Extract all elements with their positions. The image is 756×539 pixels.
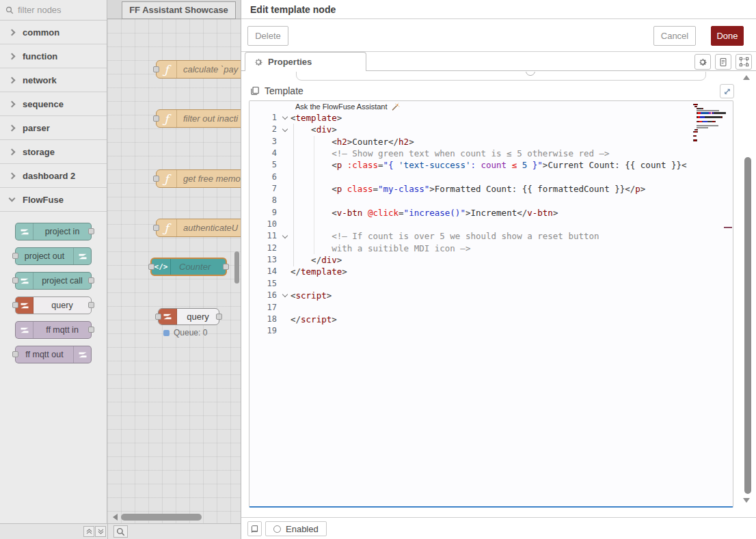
code-line[interactable]: 5 <p :class="{ 'text-success': count ≤ 5… xyxy=(249,159,733,171)
code-line[interactable]: 3 <h2>Counter</h2> xyxy=(249,136,733,148)
scrolled-form-field[interactable] xyxy=(296,72,706,81)
node-port[interactable] xyxy=(12,253,18,259)
palette-node-ff-mqtt-out[interactable]: ff mqtt out xyxy=(15,346,92,363)
palette-node-project-out[interactable]: project out xyxy=(15,247,92,265)
node-port[interactable] xyxy=(155,314,161,320)
palette-category-network[interactable]: network xyxy=(0,68,107,92)
node-port[interactable] xyxy=(88,228,94,234)
cancel-button[interactable]: Cancel xyxy=(653,26,696,46)
code-line[interactable]: 6 xyxy=(249,171,733,183)
canvas-vertical-scrollbar[interactable] xyxy=(234,251,239,284)
editor-minimap[interactable] xyxy=(693,104,730,143)
fold-gutter xyxy=(280,266,291,277)
palette-collapse-up-button[interactable] xyxy=(83,526,94,537)
palette-category-parser[interactable]: parser xyxy=(0,116,107,140)
palette-category-dashboard-2[interactable]: dashboard 2 xyxy=(0,164,107,188)
node-port[interactable] xyxy=(153,66,159,72)
workspace-tabbar: FF Assistant Showcase xyxy=(107,0,241,19)
flow-canvas[interactable]: FF Assistant Showcase ƒ calculate `pay ƒ… xyxy=(107,0,241,523)
code-line[interactable]: 14</template> xyxy=(249,266,733,277)
canvas-horizontal-scrollbar[interactable] xyxy=(107,512,241,522)
workspace-tab[interactable]: FF Assistant Showcase xyxy=(122,1,236,19)
palette-collapse-down-button[interactable] xyxy=(95,526,106,537)
palette-category-common[interactable]: common xyxy=(0,20,107,44)
node-port[interactable] xyxy=(148,264,154,270)
description-button[interactable] xyxy=(715,54,731,70)
function-icon: ƒ xyxy=(157,170,177,187)
scroll-left-arrow-icon[interactable] xyxy=(113,514,118,521)
node-port[interactable] xyxy=(153,115,159,122)
line-number: 11 xyxy=(249,230,280,242)
node-port[interactable] xyxy=(88,277,94,284)
palette-node-ff-mqtt-in[interactable]: ff mqtt in xyxy=(15,321,92,339)
dialog-scroll-down-arrow[interactable] xyxy=(743,498,750,503)
code-line[interactable]: 18</script> xyxy=(249,314,733,325)
code-line[interactable]: 16<script> xyxy=(249,290,733,301)
code-line[interactable]: 10 xyxy=(249,219,733,230)
gear-icon xyxy=(698,57,707,67)
palette-node-query[interactable]: query xyxy=(15,296,92,314)
properties-settings-button[interactable] xyxy=(694,54,711,70)
status-text: Queue: 0 xyxy=(174,328,207,337)
palette-node-project-call[interactable]: project call xyxy=(15,272,92,290)
fold-chevron-icon[interactable] xyxy=(280,230,291,242)
flow-node-calculate-payload[interactable]: ƒ calculate `pay xyxy=(156,60,241,79)
node-port[interactable] xyxy=(223,264,229,270)
node-port[interactable] xyxy=(12,277,18,284)
template-code-editor[interactable]: Ask the FlowFuse Assistant 1<template>2 … xyxy=(249,100,733,508)
code-line[interactable]: 11 <!— If count is over 5 we should show… xyxy=(249,230,733,242)
code-line[interactable]: 8 xyxy=(249,195,733,206)
flow-node-query[interactable]: query xyxy=(158,308,219,325)
tab-properties[interactable]: Properties xyxy=(245,52,366,71)
code-text: </template> xyxy=(291,266,347,277)
node-port[interactable] xyxy=(12,351,18,357)
code-line[interactable]: 1<template> xyxy=(249,112,733,124)
enabled-toggle-button[interactable]: Enabled xyxy=(265,521,327,536)
flow-node-counter-selected[interactable]: </> Counter xyxy=(150,258,227,276)
footer-divider xyxy=(107,524,108,539)
code-line[interactable]: 13 </div> xyxy=(249,254,733,266)
delete-button[interactable]: Delete xyxy=(247,26,288,46)
dialog-scroll-up-arrow[interactable] xyxy=(743,75,750,80)
code-line[interactable]: 12 with a suitible MDI icon —> xyxy=(249,243,733,254)
gear-icon xyxy=(254,57,263,67)
done-button[interactable]: Done xyxy=(711,26,744,46)
palette-category-storage[interactable]: storage xyxy=(0,140,107,164)
node-port[interactable] xyxy=(12,302,18,308)
node-port[interactable] xyxy=(88,302,94,308)
fold-gutter xyxy=(280,325,291,337)
node-port[interactable] xyxy=(153,225,159,231)
palette-category-function[interactable]: function xyxy=(0,44,107,68)
dialog-tabrow: Properties xyxy=(241,52,756,71)
code-line[interactable]: 15 xyxy=(249,278,733,290)
node-port[interactable] xyxy=(88,327,94,333)
code-line[interactable]: 4 <!— Show green text when count is ≤ 5 … xyxy=(249,148,733,159)
fold-chevron-icon[interactable] xyxy=(280,112,291,124)
node-help-button[interactable] xyxy=(247,521,262,536)
dialog-scrollbar-thumb[interactable] xyxy=(744,157,751,494)
fold-chevron-icon[interactable] xyxy=(280,290,291,301)
code-line[interactable]: 17 xyxy=(249,302,733,314)
flow-node-authenticate-user[interactable]: ƒ authenticateU xyxy=(156,219,241,237)
code-line[interactable]: 9 <v-btn @click="increase()">Increment</… xyxy=(249,207,733,219)
palette-category-flowfuse[interactable]: FlowFuse xyxy=(0,188,107,212)
appearance-button[interactable] xyxy=(735,54,752,70)
assistant-hint-row[interactable]: Ask the FlowFuse Assistant xyxy=(249,101,733,112)
flow-node-filter-out-inactive[interactable]: ƒ filter out inacti xyxy=(156,109,241,128)
code-line[interactable]: 2 <div> xyxy=(249,124,733,135)
code-icon: </> xyxy=(152,259,171,275)
palette-node-project-in[interactable]: project in xyxy=(15,223,92,240)
flow-node-get-free-memory[interactable]: ƒ get free memo xyxy=(156,169,241,188)
palette-filter-input[interactable]: filter nodes xyxy=(0,0,107,20)
fold-chevron-icon[interactable] xyxy=(280,124,291,135)
palette-category-sequence[interactable]: sequence xyxy=(0,92,107,116)
canvas-zoom-button[interactable] xyxy=(113,525,128,538)
editor-expand-button[interactable] xyxy=(720,84,734,98)
scrollbar-thumb[interactable] xyxy=(121,514,202,521)
code-line[interactable]: 7 <p class="my-class">Formatted Count: {… xyxy=(249,183,733,195)
fold-gutter xyxy=(280,243,291,254)
node-port[interactable] xyxy=(153,176,159,182)
code-line[interactable]: 19 xyxy=(249,325,733,337)
node-port[interactable] xyxy=(216,314,222,320)
tab-properties-label: Properties xyxy=(268,57,312,67)
